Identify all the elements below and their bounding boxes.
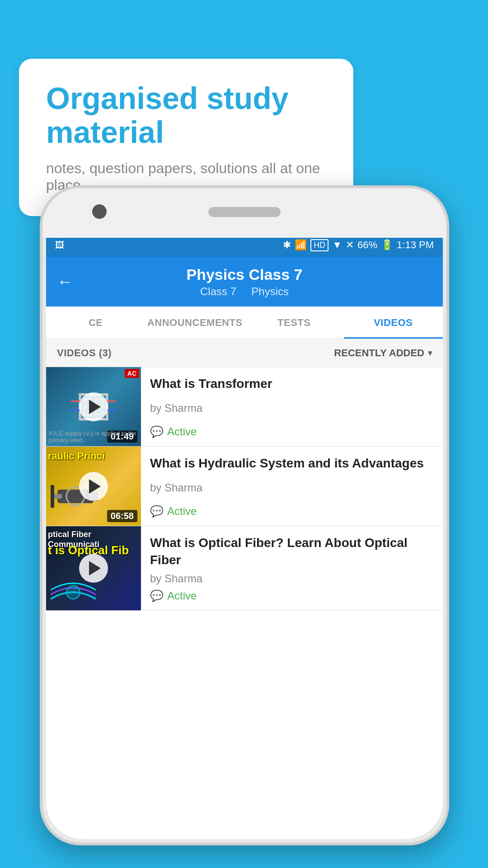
network-icon: ✕	[346, 239, 354, 251]
video-item-2[interactable]: raulic Princi 06:58 What is Hydraulic Sy…	[46, 447, 443, 526]
video-title-2: What is Hydraulic System and its Advanta…	[150, 455, 434, 472]
video-title-1: What is Transformer	[150, 375, 434, 392]
status-left: 🖼	[55, 240, 64, 250]
play-button-3[interactable]	[79, 554, 108, 583]
battery-pct: 66%	[357, 239, 377, 251]
app-bar-subtitle: Class 7 Physics	[200, 285, 289, 298]
video-item-3[interactable]: ptical Fiber Communicati t is Optical Fi…	[46, 526, 443, 611]
thumb-text-2: raulic Princi	[48, 450, 133, 462]
play-button-1[interactable]	[79, 392, 108, 421]
video-item-1[interactable]: AC If A.C supply (V₁) is applied to the …	[46, 367, 443, 447]
tab-ce[interactable]: CE	[46, 307, 145, 339]
chat-icon-2: 💬	[150, 505, 164, 518]
duration-2: 06:58	[107, 510, 137, 522]
video-info-3: What is Optical Fiber? Learn About Optic…	[141, 526, 443, 610]
time: 1:13 PM	[397, 239, 434, 251]
video-author-2: by Sharma	[150, 481, 434, 494]
video-author-3: by Sharma	[150, 572, 434, 585]
video-status-2: 💬 Active	[150, 505, 434, 518]
class-label: Class 7	[200, 285, 236, 297]
chat-icon-3: 💬	[150, 590, 164, 602]
bubble-title: Organised study material	[46, 81, 326, 149]
tab-videos[interactable]: VIDEOS	[344, 307, 443, 339]
hd-badge: HD	[310, 239, 328, 251]
videos-count: VIDEOS (3)	[57, 347, 112, 359]
svg-point-12	[66, 585, 80, 599]
play-button-2[interactable]	[79, 472, 108, 501]
tabs-bar: CE ANNOUNCEMENTS TESTS VIDEOS	[46, 307, 443, 339]
video-thumbnail-1: AC If A.C supply (V₁) is applied to the …	[46, 367, 141, 446]
phone-camera	[92, 204, 107, 219]
phone-frame: 🖼 ✱ 📶 HD ▼ ✕ 66% 🔋 1:13 PM ← Physics Cla…	[40, 185, 449, 845]
phone-screen: 🖼 ✱ 📶 HD ▼ ✕ 66% 🔋 1:13 PM ← Physics Cla…	[46, 233, 443, 839]
active-label-3: Active	[167, 590, 197, 602]
app-bar: ← Physics Class 7 Class 7 Physics	[46, 257, 443, 307]
tab-announcements[interactable]: ANNOUNCEMENTS	[145, 307, 245, 339]
sort-button[interactable]: RECENTLY ADDED ▾	[334, 347, 432, 359]
svg-rect-11	[51, 485, 54, 508]
video-info-2: What is Hydraulic System and its Advanta…	[141, 447, 443, 526]
sort-label: RECENTLY ADDED	[334, 347, 424, 359]
video-status-3: 💬 Active	[150, 590, 434, 602]
video-thumbnail-3: ptical Fiber Communicati t is Optical Fi…	[46, 526, 141, 610]
thumb-caption: If A.C supply (V₁) is applied to the pri…	[49, 430, 141, 443]
tab-tests[interactable]: TESTS	[244, 307, 344, 339]
back-button[interactable]: ←	[57, 272, 73, 291]
chat-icon-1: 💬	[150, 425, 164, 438]
active-label-1: Active	[167, 425, 197, 438]
signal-icon: 📶	[295, 239, 307, 251]
wifi-icon: ▼	[332, 239, 342, 251]
phone-top	[42, 188, 446, 238]
videos-header: VIDEOS (3) RECENTLY ADDED ▾	[46, 339, 443, 367]
battery-icon: 🔋	[381, 239, 393, 251]
active-label-2: Active	[167, 505, 197, 518]
chevron-down-icon: ▾	[428, 348, 432, 358]
ac-badge: AC	[125, 369, 139, 378]
video-thumbnail-2: raulic Princi 06:58	[46, 447, 141, 526]
video-info-1: What is Transformer by Sharma 💬 Active	[141, 367, 443, 446]
status-right: ✱ 📶 HD ▼ ✕ 66% 🔋 1:13 PM	[283, 239, 434, 251]
video-status-1: 💬 Active	[150, 425, 434, 438]
phone-speaker	[208, 207, 281, 217]
subject-label: Physics	[251, 285, 289, 297]
photo-icon: 🖼	[55, 240, 64, 250]
bluetooth-icon: ✱	[283, 239, 291, 251]
video-title-3: What is Optical Fiber? Learn About Optic…	[150, 534, 434, 569]
app-bar-title: Physics Class 7	[186, 266, 302, 283]
video-author-1: by Sharma	[150, 402, 434, 415]
